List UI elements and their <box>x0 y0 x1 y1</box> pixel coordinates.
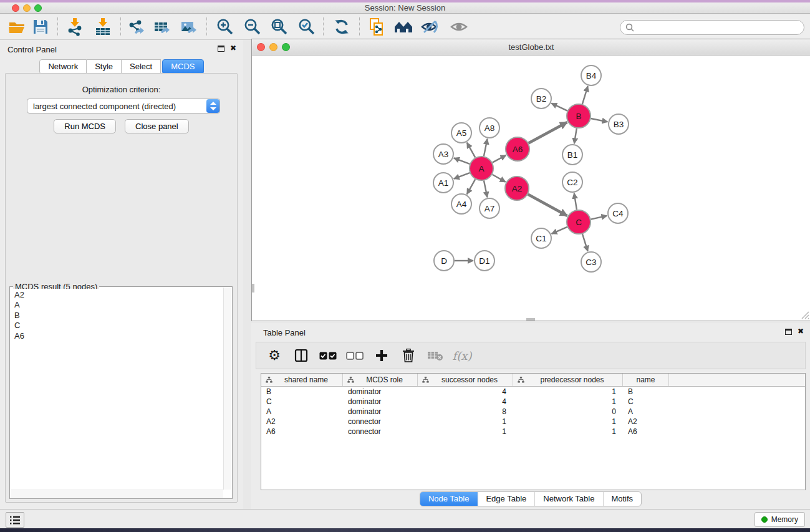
column-header-predecessor-nodes[interactable]: predecessor nodes <box>513 374 623 386</box>
mcds-result-item[interactable]: A <box>14 300 219 310</box>
graph-node-C1[interactable]: C1 <box>531 228 551 248</box>
table-cell[interactable]: 4 <box>418 387 513 396</box>
edge-A-A6[interactable] <box>493 155 506 163</box>
export-image-button[interactable] <box>178 16 200 37</box>
table-row[interactable]: Cdominator41C <box>261 397 805 407</box>
graph-node-C2[interactable]: C2 <box>562 172 582 192</box>
edge-A-A7[interactable] <box>484 181 487 198</box>
node-table[interactable]: shared nameMCDS rolesuccessor nodesprede… <box>261 373 806 490</box>
table-cell[interactable]: 4 <box>418 397 513 406</box>
graph-node-B[interactable]: B <box>567 104 591 128</box>
table-cell[interactable]: B <box>261 387 343 396</box>
mcds-result-item[interactable]: A6 <box>14 331 219 341</box>
graph-node-C3[interactable]: C3 <box>581 252 601 272</box>
graph-node-A6[interactable]: A6 <box>506 137 529 161</box>
table-cell[interactable]: 8 <box>418 407 513 416</box>
add-column-button[interactable] <box>371 345 392 366</box>
graph-node-C4[interactable]: C4 <box>608 203 628 223</box>
table-cell[interactable]: A2 <box>623 417 669 426</box>
tab-network[interactable]: Network <box>39 59 87 74</box>
table-cell[interactable]: B <box>623 387 669 396</box>
zoom-in-button[interactable] <box>214 16 236 37</box>
table-cell[interactable]: 0 <box>513 407 623 416</box>
float-panel-icon[interactable] <box>785 329 792 335</box>
table-cell[interactable]: 1 <box>513 387 623 396</box>
tab-motifs[interactable]: Motifs <box>602 492 641 506</box>
tab-network-table[interactable]: Network Table <box>534 492 602 506</box>
table-cell[interactable]: A6 <box>261 427 343 436</box>
column-header-name[interactable]: name <box>623 374 669 386</box>
delete-column-button[interactable] <box>398 345 419 366</box>
tab-node-table[interactable]: Node Table <box>420 492 478 506</box>
table-row[interactable]: Bdominator41B <box>261 387 805 397</box>
edge-A-A1[interactable] <box>454 173 470 179</box>
graph-node-A2[interactable]: A2 <box>505 177 529 200</box>
edge-B-B3[interactable] <box>591 118 608 122</box>
edge-C-C1[interactable] <box>552 227 567 234</box>
table-cell[interactable]: dominator <box>343 407 418 416</box>
graph-node-A4[interactable]: A4 <box>451 194 471 214</box>
column-header-successor-nodes[interactable]: successor nodes <box>418 374 513 386</box>
deselect-all-button[interactable] <box>344 345 365 366</box>
graph-node-C[interactable]: C <box>567 210 591 234</box>
memory-button[interactable]: Memory <box>755 512 805 527</box>
tab-mcds[interactable]: MCDS <box>162 59 203 74</box>
task-history-button[interactable] <box>6 512 24 528</box>
column-header-shared-name[interactable]: shared name <box>261 374 343 386</box>
function-builder-button[interactable]: f(x) <box>451 345 473 366</box>
select-all-button[interactable] <box>317 345 339 366</box>
show-all-button[interactable] <box>448 16 470 37</box>
graph-node-D[interactable]: D <box>434 251 454 271</box>
float-panel-icon[interactable] <box>218 46 224 52</box>
import-table-button[interactable] <box>92 16 114 37</box>
graph-node-B3[interactable]: B3 <box>609 114 629 134</box>
tab-edge-table[interactable]: Edge Table <box>477 492 534 506</box>
table-cell[interactable]: 1 <box>418 427 513 436</box>
graph-node-B4[interactable]: B4 <box>581 65 601 85</box>
graph-node-B2[interactable]: B2 <box>531 89 551 109</box>
zoom-fit-button[interactable] <box>268 16 291 37</box>
search-input[interactable] <box>634 23 804 32</box>
table-cell[interactable]: A2 <box>261 417 343 426</box>
criterion-dropdown[interactable]: largest connected component (directed) <box>27 99 220 114</box>
table-settings-button[interactable]: ⚙ <box>264 345 285 366</box>
network-graph[interactable]: B4B2BB3A5A8A6B1A3AC2A1A2A4A7C4CC1C3DD1 <box>252 56 810 321</box>
edge-A6-B[interactable] <box>529 122 567 143</box>
edge-B-B1[interactable] <box>574 128 577 143</box>
graph-node-A5[interactable]: A5 <box>451 123 471 143</box>
mcds-result-item[interactable]: C <box>14 321 219 331</box>
graph-node-A1[interactable]: A1 <box>433 173 453 193</box>
table-cell[interactable]: A <box>623 407 669 416</box>
table-cell[interactable]: dominator <box>343 387 418 396</box>
graph-node-D1[interactable]: D1 <box>475 251 494 271</box>
refresh-button[interactable] <box>330 16 353 37</box>
table-cell[interactable]: connector <box>343 417 418 426</box>
edge-A-A2[interactable] <box>492 175 505 182</box>
mcds-result-list[interactable]: A2ABCA6 <box>11 289 223 490</box>
edge-A2-C[interactable] <box>528 195 567 216</box>
table-row[interactable]: Adominator80A <box>261 407 805 417</box>
graph-node-A3[interactable]: A3 <box>433 144 453 164</box>
graph-node-B1[interactable]: B1 <box>562 145 582 165</box>
open-session-button[interactable] <box>6 16 29 37</box>
export-table-button[interactable] <box>151 16 173 37</box>
import-network-button[interactable] <box>64 16 86 37</box>
graph-node-A8[interactable]: A8 <box>480 118 499 138</box>
horizontal-scrollbar[interactable] <box>11 490 223 498</box>
show-columns-button[interactable] <box>291 345 312 366</box>
close-panel-icon[interactable]: ✖ <box>798 327 804 336</box>
export-network-button[interactable] <box>125 16 147 37</box>
table-row[interactable]: A2connector11A2 <box>261 417 805 427</box>
table-cell[interactable]: C <box>261 397 343 406</box>
network-from-selection-button[interactable] <box>366 16 388 37</box>
network-canvas[interactable]: B4B2BB3A5A8A6B1A3AC2A1A2A4A7C4CC1C3DD1 <box>252 56 810 321</box>
edge-A-A8[interactable] <box>484 139 488 157</box>
column-header-MCDS-role[interactable]: MCDS role <box>343 374 418 386</box>
run-mcds-button[interactable]: Run MCDS <box>54 119 116 133</box>
vertical-scrollbar[interactable] <box>223 288 231 490</box>
edge-B-B4[interactable] <box>582 86 588 104</box>
graph-node-A7[interactable]: A7 <box>480 198 499 218</box>
table-cell[interactable]: 1 <box>418 417 513 426</box>
edge-A-A3[interactable] <box>454 158 470 164</box>
network-window-titlebar[interactable]: testGlobe.txt <box>252 39 810 56</box>
